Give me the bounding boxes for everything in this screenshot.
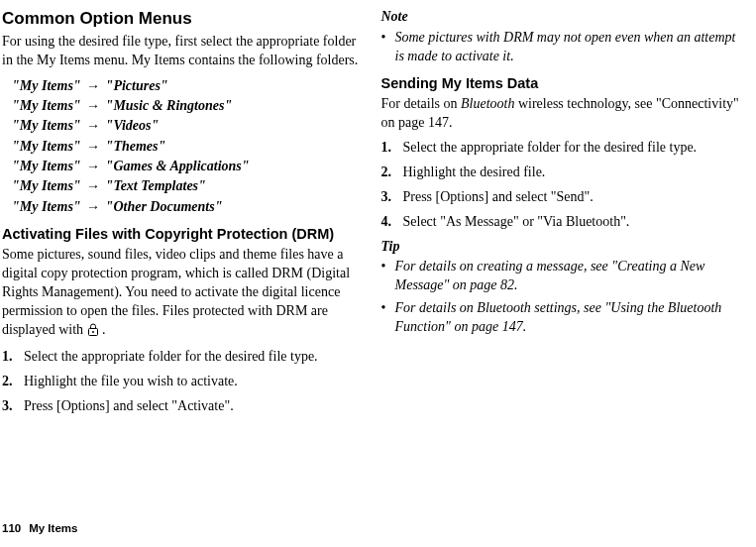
intro-paragraph: For using the desired file type, first s… (2, 33, 364, 70)
folder-dest: "Themes" (106, 139, 166, 154)
list-item: 3.Press [Options] and select "Send". (381, 188, 743, 207)
list-item: •For details on Bluetooth settings, see … (381, 299, 743, 337)
folder-path: "My Items" → "Pictures" (12, 76, 364, 96)
heading-common-option-menus: Common Option Menus (2, 8, 364, 31)
step-number: 3. (381, 188, 403, 207)
send-paragraph: For details on Bluetooth wireless techno… (381, 95, 743, 133)
folder-root: "My Items" (12, 199, 81, 214)
tip-text: For details on creating a message, see "… (395, 258, 743, 295)
folder-root: "My Items" (12, 98, 81, 113)
heading-activating-drm: Activating Files with Copyright Protecti… (2, 225, 364, 245)
list-item: 3.Press [Options] and select "Activate". (2, 397, 364, 416)
list-item: •For details on creating a message, see … (381, 258, 743, 295)
step-text: Select the appropriate folder for the de… (403, 139, 698, 158)
step-text: Select "As Message" or "Via Bluetooth". (403, 213, 630, 232)
folder-path: "My Items" → "Other Documents" (12, 197, 364, 217)
heading-sending-data: Sending My Items Data (381, 74, 743, 94)
note-text: Some pictures with DRM may not open even… (395, 29, 743, 66)
folder-dest: "Text Templates" (106, 178, 206, 193)
arrow-icon: → (84, 199, 102, 214)
folder-root: "My Items" (12, 159, 81, 173)
step-text: Highlight the file you wish to activate. (24, 373, 238, 391)
step-text: Select the appropriate folder for the de… (24, 348, 318, 367)
tip-text: For details on Bluetooth settings, see "… (395, 299, 743, 337)
folder-path-list: "My Items" → "Pictures" "My Items" → "Mu… (12, 76, 364, 217)
folder-root: "My Items" (12, 118, 81, 133)
svg-point-1 (92, 331, 94, 333)
arrow-icon: → (84, 118, 102, 133)
folder-root: "My Items" (12, 139, 81, 154)
note-list: •Some pictures with DRM may not open eve… (381, 29, 743, 66)
step-text: Press [Options] and select "Send". (403, 188, 594, 207)
folder-path: "My Items" → "Themes" (12, 137, 364, 157)
step-number: 1. (381, 139, 403, 158)
arrow-icon: → (84, 98, 102, 113)
folder-dest: "Games & Applications" (106, 159, 250, 173)
step-number: 3. (2, 397, 24, 416)
folder-dest: "Videos" (106, 118, 160, 133)
left-column: Common Option Menus For using the desire… (2, 8, 364, 421)
folder-dest: "Other Documents" (106, 199, 223, 214)
step-number: 2. (2, 373, 24, 391)
folder-root: "My Items" (12, 78, 81, 93)
tip-label: Tip (381, 238, 743, 257)
arrow-icon: → (84, 78, 102, 93)
bullet-icon: • (381, 29, 395, 66)
right-column: Note •Some pictures with DRM may not ope… (381, 8, 743, 421)
bullet-icon: • (381, 299, 395, 337)
note-label: Note (381, 8, 743, 27)
list-item: 1.Select the appropriate folder for the … (381, 139, 743, 158)
step-number: 1. (2, 348, 24, 367)
step-number: 4. (381, 213, 403, 232)
list-item: 4.Select "As Message" or "Via Bluetooth"… (381, 213, 743, 232)
bullet-icon: • (381, 258, 395, 295)
page-footer: 110My Items (2, 521, 77, 537)
list-item: •Some pictures with DRM may not open eve… (381, 29, 743, 66)
step-number: 2. (381, 164, 403, 182)
drm-paragraph: Some pictures, sound files, video clips … (2, 246, 364, 341)
folder-path: "My Items" → "Music & Ringtones" (12, 96, 364, 116)
folder-path: "My Items" → "Text Templates" (12, 176, 364, 196)
step-text: Press [Options] and select "Activate". (24, 397, 234, 416)
list-item: 2.Highlight the file you wish to activat… (2, 373, 364, 391)
footer-section: My Items (29, 522, 77, 534)
page-number: 110 (2, 522, 21, 534)
arrow-icon: → (84, 178, 102, 193)
folder-root: "My Items" (12, 178, 81, 193)
send-text-bluetooth: Bluetooth (461, 96, 514, 111)
list-item: 2.Highlight the desired file. (381, 164, 743, 182)
send-text-a: For details on (381, 96, 462, 111)
arrow-icon: → (84, 139, 102, 154)
drm-text-before: Some pictures, sound files, video clips … (2, 247, 350, 337)
step-text: Highlight the desired file. (403, 164, 546, 182)
activate-steps-list: 1.Select the appropriate folder for the … (2, 348, 364, 416)
folder-path: "My Items" → "Games & Applications" (12, 157, 364, 176)
drm-text-after: . (99, 322, 106, 337)
tip-list: •For details on creating a message, see … (381, 258, 743, 337)
send-steps-list: 1.Select the appropriate folder for the … (381, 139, 743, 232)
arrow-icon: → (84, 159, 102, 173)
folder-dest: "Pictures" (106, 78, 168, 93)
folder-dest: "Music & Ringtones" (106, 98, 233, 113)
folder-path: "My Items" → "Videos" (12, 116, 364, 136)
lock-icon (87, 323, 99, 342)
list-item: 1.Select the appropriate folder for the … (2, 348, 364, 367)
